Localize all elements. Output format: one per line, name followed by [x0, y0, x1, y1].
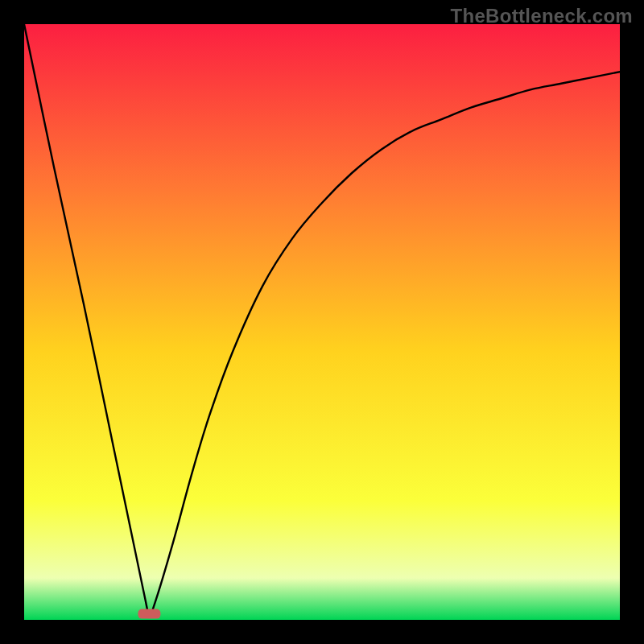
minimum-marker: [138, 609, 160, 619]
plot-area: [24, 24, 620, 620]
gradient-background: [24, 24, 620, 620]
chart-svg: [24, 24, 620, 620]
chart-frame: TheBottleneck.com: [0, 0, 644, 644]
